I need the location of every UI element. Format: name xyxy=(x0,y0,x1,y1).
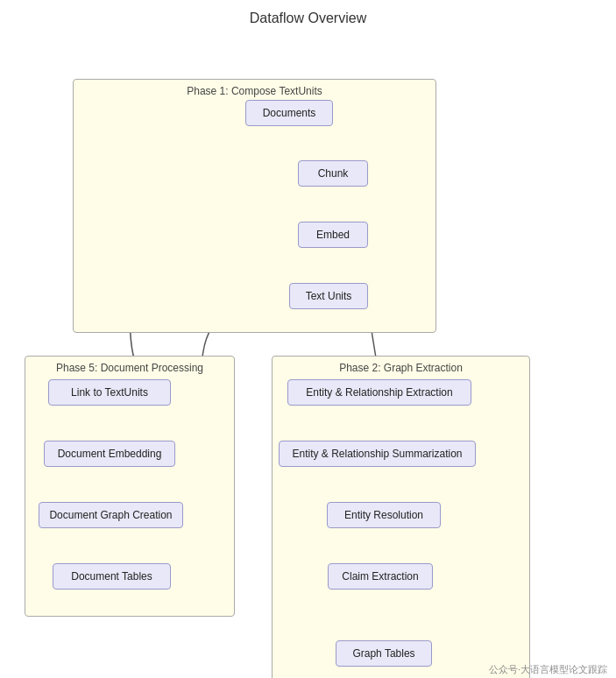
document-embedding-node: Document Embedding xyxy=(44,441,175,467)
phase1-label: Phase 1: Compose TextUnits xyxy=(74,80,435,97)
entity-relationship-extraction-node: Entity & Relationship Extraction xyxy=(287,379,471,406)
embed-node: Embed xyxy=(298,222,368,248)
document-graph-creation-node: Document Graph Creation xyxy=(39,502,183,528)
diagram-container: Phase 1: Compose TextUnits Phase 5: Docu… xyxy=(0,33,616,678)
phase2-label: Phase 2: Graph Extraction xyxy=(273,357,529,374)
watermark: 公众号·大语言模型论文跟踪 xyxy=(489,663,607,676)
document-tables-node: Document Tables xyxy=(53,563,171,590)
link-to-textunits-node: Link to TextUnits xyxy=(48,379,171,406)
page-title: Dataflow Overview xyxy=(0,0,616,33)
text-units-node: Text Units xyxy=(289,283,368,309)
claim-extraction-node: Claim Extraction xyxy=(328,563,433,590)
chunk-node: Chunk xyxy=(298,160,368,187)
documents-node: Documents xyxy=(245,100,333,126)
graph-tables-node: Graph Tables xyxy=(336,640,432,667)
entity-relationship-summarization-node: Entity & Relationship Summarization xyxy=(279,441,476,467)
entity-resolution-node: Entity Resolution xyxy=(327,502,441,528)
phase5-label: Phase 5: Document Processing xyxy=(25,357,234,374)
